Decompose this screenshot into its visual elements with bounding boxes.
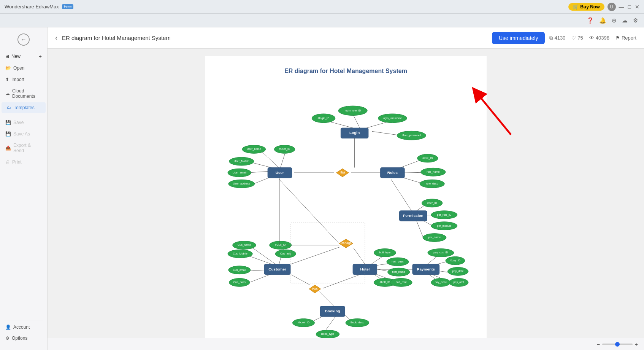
svg-text:#Cus_ID: #Cus_ID bbox=[275, 243, 286, 247]
templates-icon: 🗂 bbox=[7, 105, 11, 110]
cloud-label: Cloud Documents bbox=[12, 88, 42, 99]
svg-text:pay_cus_ID: pay_cus_ID bbox=[433, 251, 448, 254]
cloud-icon[interactable]: ☁ bbox=[622, 17, 628, 24]
likes-value: 75 bbox=[577, 35, 583, 41]
svg-text:Payments: Payments bbox=[417, 267, 435, 271]
svg-text:hott_name: hott_name bbox=[392, 270, 405, 274]
app-name: Wondershare EdrawMax bbox=[5, 4, 59, 10]
zoom-slider[interactable] bbox=[602, 344, 633, 345]
sidebar-back[interactable]: ← bbox=[0, 30, 47, 49]
new-icon: ⊞ bbox=[5, 54, 9, 59]
diagram-title: ER diagram for Hotel Management System bbox=[217, 68, 475, 75]
account-label: Account bbox=[13, 325, 30, 330]
print-icon: 🖨 bbox=[5, 159, 10, 165]
svg-text:User_address: User_address bbox=[233, 182, 250, 185]
svg-line-22 bbox=[353, 248, 365, 264]
share-icon[interactable]: ⊕ bbox=[612, 17, 617, 24]
svg-text:#book_ID: #book_ID bbox=[297, 321, 309, 324]
svg-text:role_name: role_name bbox=[427, 170, 439, 173]
diagram-area[interactable]: ER diagram for Hotel Management System .… bbox=[48, 49, 644, 338]
svg-text:Manage: Manage bbox=[340, 242, 352, 245]
report-label: Report bbox=[622, 35, 636, 41]
diagram-page-title: ER diagram for Hotel Management System bbox=[62, 35, 487, 41]
print-label: Print bbox=[12, 159, 22, 165]
report-icon: ⚑ bbox=[615, 35, 620, 41]
svg-line-21 bbox=[279, 179, 339, 243]
account-icon: 👤 bbox=[5, 325, 11, 330]
svg-text:login_username: login_username bbox=[382, 116, 402, 120]
svg-text:pay_date: pay_date bbox=[452, 269, 463, 273]
content-area: ‹ ER diagram for Hotel Management System… bbox=[48, 27, 644, 350]
settings-icon[interactable]: ⚙ bbox=[633, 17, 638, 24]
svg-text:Customer: Customer bbox=[268, 267, 286, 271]
svg-text:Cus_pass: Cus_pass bbox=[233, 280, 246, 284]
sidebar-item-export: 📤 Export & Send bbox=[0, 140, 47, 156]
svg-text:Cus_name: Cus_name bbox=[238, 243, 251, 247]
sidebar-item-account[interactable]: 👤 Account bbox=[0, 322, 47, 332]
topbar-back-button[interactable]: ‹ bbox=[55, 34, 57, 42]
views-value: 40398 bbox=[596, 35, 609, 41]
zoom-controls: − + bbox=[597, 341, 638, 347]
report-button[interactable]: ⚑ Report bbox=[615, 35, 636, 41]
sidebar-item-import[interactable]: ⬆ Import bbox=[0, 74, 47, 85]
minimize-button[interactable]: — bbox=[619, 4, 624, 10]
save-label: Save bbox=[13, 120, 24, 125]
toolbar-row: ❓ 🔔 ⊕ ☁ ⚙ bbox=[0, 14, 644, 27]
sidebar-item-new[interactable]: ⊞ New + bbox=[0, 51, 47, 62]
svg-line-20 bbox=[416, 221, 423, 238]
svg-line-23 bbox=[290, 247, 340, 264]
svg-text:User: User bbox=[275, 170, 284, 175]
svg-line-41 bbox=[290, 275, 309, 285]
svg-text:Booking: Booking bbox=[325, 309, 340, 313]
export-icon: 📤 bbox=[5, 145, 11, 151]
diagram-canvas: ER diagram for Hotel Management System .… bbox=[205, 56, 487, 338]
views-icon: 👁 bbox=[589, 35, 594, 41]
back-button[interactable]: ← bbox=[17, 33, 30, 46]
sidebar-item-templates[interactable]: 🗂 Templates bbox=[2, 102, 46, 113]
svg-text:Has: Has bbox=[312, 287, 318, 291]
views-stat: 👁 40398 bbox=[589, 35, 609, 41]
svg-text:Cus_email: Cus_email bbox=[233, 268, 246, 272]
svg-text:login_role_ID: login_role_ID bbox=[344, 109, 361, 112]
sidebar-item-cloud[interactable]: ☁ Cloud Documents bbox=[0, 86, 47, 102]
notification-icon[interactable]: 🔔 bbox=[599, 17, 606, 24]
zoom-in-button[interactable]: + bbox=[635, 341, 638, 347]
svg-text:per_role_ID: per_role_ID bbox=[437, 213, 451, 216]
svg-text:Permission: Permission bbox=[403, 213, 423, 218]
svg-text:hott_type: hott_type bbox=[379, 251, 390, 254]
maximize-button[interactable]: □ bbox=[628, 4, 631, 10]
zoom-out-button[interactable]: − bbox=[597, 341, 600, 347]
svg-text:Cus_add: Cus_add bbox=[280, 252, 291, 255]
svg-line-30 bbox=[251, 247, 277, 265]
svg-text:per_module: per_module bbox=[437, 224, 451, 228]
buy-now-button[interactable]: 🛒 Buy Now bbox=[568, 3, 604, 11]
export-label: Export & Send bbox=[13, 143, 42, 153]
avatar: U bbox=[608, 3, 616, 11]
open-icon: 📂 bbox=[5, 65, 11, 71]
svg-text:User_Mobile: User_Mobile bbox=[233, 159, 249, 163]
open-label: Open bbox=[13, 65, 24, 71]
sidebar-divider-1 bbox=[4, 115, 43, 115]
close-button[interactable]: ✕ bbox=[635, 4, 639, 10]
svg-line-8 bbox=[261, 151, 278, 168]
svg-text:#login_ID: #login_ID bbox=[317, 116, 329, 120]
svg-text:#user_ID: #user_ID bbox=[279, 147, 290, 151]
svg-text:Book_type: Book_type bbox=[321, 332, 334, 336]
svg-line-2 bbox=[353, 114, 360, 128]
sidebar-item-open[interactable]: 📂 Open bbox=[0, 63, 47, 73]
cloud-docs-icon: ☁ bbox=[5, 91, 10, 96]
new-label: New bbox=[11, 54, 21, 59]
svg-text:Has: Has bbox=[339, 171, 345, 174]
bottom-bar: − + bbox=[48, 338, 644, 350]
use-immediately-button[interactable]: Use immediately bbox=[492, 32, 545, 44]
svg-text:User_email: User_email bbox=[232, 171, 246, 174]
copies-stat: ⧉ 4130 bbox=[549, 35, 565, 41]
help-icon[interactable]: ❓ bbox=[587, 17, 594, 24]
free-badge: Free bbox=[62, 4, 74, 9]
title-bar-right: 🛒 Buy Now U — □ ✕ bbox=[568, 3, 639, 11]
sidebar-item-options[interactable]: ⚙ Options bbox=[0, 333, 47, 344]
copies-value: 4130 bbox=[554, 35, 565, 41]
svg-line-43 bbox=[323, 273, 365, 288]
svg-text:role_desc: role_desc bbox=[426, 182, 438, 185]
options-label: Options bbox=[12, 336, 27, 341]
